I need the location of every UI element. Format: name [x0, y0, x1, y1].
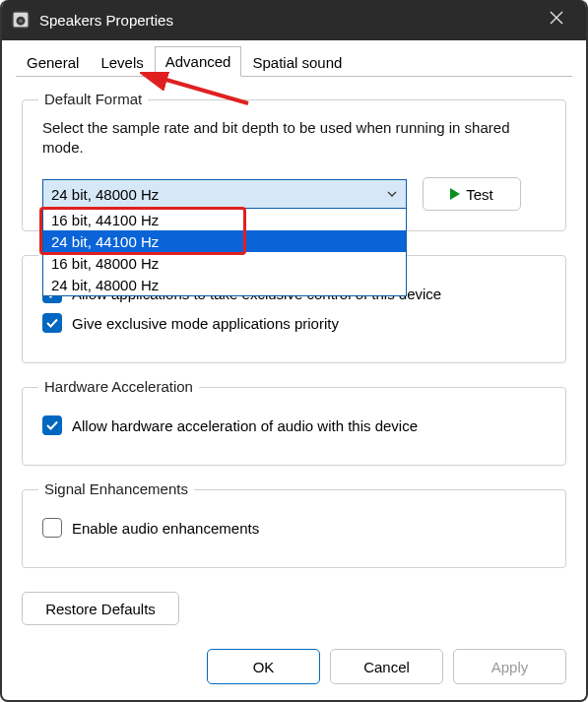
exclusive-priority-row[interactable]: Give exclusive mode applications priorit…	[42, 313, 546, 333]
enable-enhancements-label: Enable audio enhancements	[72, 520, 259, 537]
hardware-acceleration-legend: Hardware Acceleration	[38, 378, 199, 395]
format-option-1[interactable]: 24 bit, 44100 Hz	[43, 230, 406, 252]
check-icon	[45, 316, 59, 330]
tab-spatial-sound[interactable]: Spatial sound	[241, 47, 353, 77]
apply-label: Apply	[491, 659, 529, 675]
dialog-footer: OK Cancel Apply	[2, 639, 586, 700]
close-button[interactable]	[537, 10, 576, 31]
format-dropdown: 16 bit, 44100 Hz 24 bit, 44100 Hz 16 bit…	[42, 209, 407, 296]
format-select-value: 24 bit, 48000 Hz	[51, 186, 159, 203]
play-icon	[450, 188, 460, 200]
ok-label: OK	[253, 659, 275, 675]
signal-enhancements-group: Signal Enhancements Enable audio enhance…	[22, 489, 566, 568]
window-title: Speakers Properties	[39, 12, 537, 29]
tab-bar: General Levels Advanced Spatial sound	[2, 40, 586, 78]
tab-levels[interactable]: Levels	[90, 47, 154, 77]
cancel-button[interactable]: Cancel	[330, 649, 443, 684]
default-format-legend: Default Format	[38, 91, 148, 107]
enable-enhancements-row[interactable]: Enable audio enhancements	[42, 518, 546, 538]
default-format-group: Default Format Select the sample rate an…	[22, 99, 566, 232]
format-option-2[interactable]: 16 bit, 48000 Hz	[43, 252, 406, 274]
signal-enhancements-legend: Signal Enhancements	[38, 480, 194, 497]
restore-defaults-button[interactable]: Restore Defaults	[22, 592, 179, 625]
enable-enhancements-checkbox[interactable]	[42, 518, 62, 538]
tab-advanced[interactable]: Advanced	[155, 46, 242, 77]
exclusive-priority-checkbox[interactable]	[42, 313, 62, 333]
restore-defaults-label: Restore Defaults	[45, 601, 156, 617]
test-button[interactable]: Test	[423, 177, 521, 211]
svg-point-2	[19, 20, 22, 23]
hardware-acceleration-group: Hardware Acceleration Allow hardware acc…	[22, 387, 566, 466]
close-icon	[549, 10, 564, 26]
check-icon	[45, 418, 59, 432]
format-select-display[interactable]: 24 bit, 48000 Hz	[42, 179, 407, 209]
ok-button[interactable]: OK	[207, 649, 320, 684]
tab-general[interactable]: General	[16, 47, 90, 77]
default-format-description: Select the sample rate and bit depth to …	[42, 118, 546, 159]
exclusive-priority-label: Give exclusive mode applications priorit…	[72, 315, 339, 332]
speaker-icon	[12, 11, 30, 29]
allow-hw-accel-label: Allow hardware acceleration of audio wit…	[72, 417, 418, 434]
apply-button: Apply	[453, 649, 566, 684]
format-option-0[interactable]: 16 bit, 44100 Hz	[43, 209, 406, 230]
tab-content: Default Format Select the sample rate an…	[2, 78, 586, 640]
allow-hw-accel-checkbox[interactable]	[42, 415, 62, 435]
speakers-properties-window: Speakers Properties General Levels Advan…	[0, 0, 588, 702]
chevron-down-icon	[386, 186, 398, 203]
allow-hw-accel-row[interactable]: Allow hardware acceleration of audio wit…	[42, 415, 546, 435]
test-button-label: Test	[466, 186, 493, 203]
titlebar: Speakers Properties	[2, 0, 586, 40]
format-select[interactable]: 24 bit, 48000 Hz 16 bit, 44100 Hz 24 bit…	[42, 179, 407, 209]
format-option-3[interactable]: 24 bit, 48000 Hz	[43, 274, 406, 295]
cancel-label: Cancel	[363, 659, 410, 675]
